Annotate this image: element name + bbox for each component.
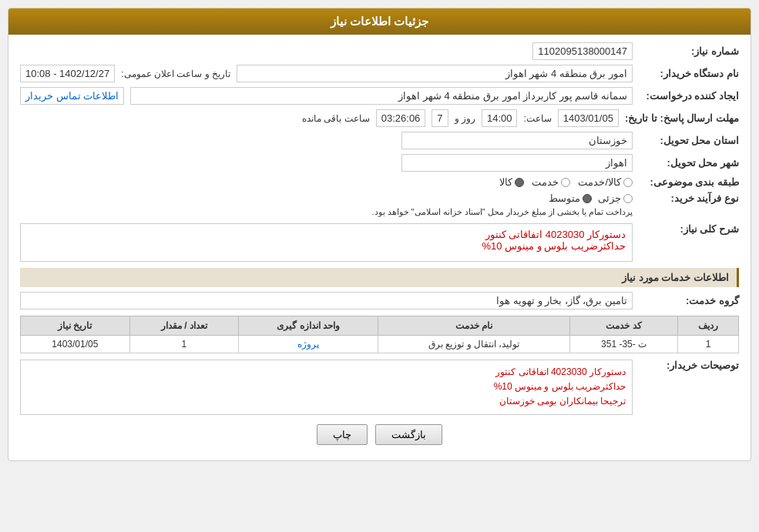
category-option-khedmat[interactable]: خدمت xyxy=(532,176,570,188)
description-value: دستورکار 4023030 اتفاقاتی کنتور حداکثرضر… xyxy=(20,223,633,262)
page-title: جزئیات اطلاعات نیاز xyxy=(8,8,751,35)
purchase-option-motavasset[interactable]: متوسط xyxy=(549,192,592,204)
cell-date: 1403/01/05 xyxy=(21,336,130,353)
category-label: طبقه بندی موضوعی: xyxy=(639,176,739,188)
deadline-remaining-label: ساعت باقی مانده xyxy=(302,113,370,124)
services-table: ردیف کد خدمت نام خدمت واحد اندازه گیری ت… xyxy=(20,316,739,353)
creator-label: ایجاد کننده درخواست: xyxy=(639,90,739,102)
radio-khedmat xyxy=(561,178,570,187)
col-date: تاریخ نیاز xyxy=(21,316,130,336)
requester-org-label: نام دستگاه خریدار: xyxy=(639,68,739,79)
col-name: نام خدمت xyxy=(378,316,570,336)
category-label-kala-khedmat: کالا/خدمت xyxy=(578,176,621,188)
city-value: اهواز xyxy=(401,154,633,172)
province-value: خوزستان xyxy=(401,132,633,149)
requester-org-value: امور برق منطقه 4 شهر اهواز xyxy=(237,65,633,82)
services-section-title: اطلاعات خدمات مورد نیاز xyxy=(20,268,739,287)
buyer-notes-value: دستورکار 4023030 اتفاقاتی کنتور حداکثرضر… xyxy=(20,360,633,415)
radio-kala-khedmat xyxy=(623,178,633,187)
deadline-time: 14:00 xyxy=(482,109,518,127)
back-button[interactable]: بازگشت xyxy=(375,424,442,445)
buyer-notes-text: دستورکار 4023030 اتفاقاتی کنتور حداکثرضر… xyxy=(494,366,626,407)
deadline-days: 7 xyxy=(432,109,448,127)
service-group-label: گروه خدمت: xyxy=(639,295,739,306)
cell-name: تولید، انتقال و توزیع برق xyxy=(378,336,570,353)
description-section-title: شرح کلی نیاز: xyxy=(639,223,739,235)
purchase-label-motavasset: متوسط xyxy=(549,192,580,204)
buyer-notes-label: توصیحات خریدار: xyxy=(639,360,739,371)
cell-row: 1 xyxy=(677,336,738,353)
deadline-days-label: روز و xyxy=(455,113,475,124)
cell-code: ت -35- 351 xyxy=(570,336,678,353)
purchase-note: پرداخت تمام یا بخشی از مبلغ خریدار محل "… xyxy=(20,207,633,217)
category-radio-group: کالا/خدمت خدمت کالا xyxy=(20,176,633,188)
col-unit: واحد اندازه گیری xyxy=(239,316,378,336)
creator-value: سمانه قاسم پور کاربرداز امور برق منطقه 4… xyxy=(130,87,633,105)
category-label-khedmat: خدمت xyxy=(532,176,559,188)
purchase-label-jozii: جزئی xyxy=(598,192,621,204)
province-label: استان محل تحویل: xyxy=(639,135,739,146)
radio-jozii xyxy=(623,194,633,203)
services-table-section: ردیف کد خدمت نام خدمت واحد اندازه گیری ت… xyxy=(20,316,739,353)
service-group-value: تامین برق، گاز، بخار و تهویه هوا xyxy=(20,292,633,309)
announce-date-value: 1402/12/27 - 10:08 xyxy=(20,65,115,82)
col-code: کد خدمت xyxy=(570,316,678,336)
category-label-kala: کالا xyxy=(499,176,512,188)
deadline-label: مهلت ارسال پاسخ: تا تاریخ: xyxy=(625,112,739,124)
need-number-label: شماره نیاز: xyxy=(639,45,739,57)
description-text: دستورکار 4023030 اتفاقاتی کنتور حداکثرضر… xyxy=(482,229,626,252)
cell-qty: 1 xyxy=(129,336,239,353)
deadline-time-label: ساعت: xyxy=(523,113,551,124)
radio-motavasset xyxy=(583,194,592,203)
table-row: 1 ت -35- 351 تولید، انتقال و توزیع برق پ… xyxy=(21,336,739,353)
deadline-remaining: 03:26:06 xyxy=(376,109,426,127)
purchase-option-jozii[interactable]: جزئی xyxy=(598,192,633,204)
print-button[interactable]: چاپ xyxy=(317,424,368,445)
radio-kala xyxy=(515,178,524,187)
need-number-value: 1102095138000147 xyxy=(532,42,633,60)
category-option-kala[interactable]: کالا xyxy=(499,176,524,188)
col-qty: تعداد / مقدار xyxy=(129,316,239,336)
contact-link[interactable]: اطلاعات تماس خریدار xyxy=(20,87,124,105)
announce-date-label: تاریخ و ساعت اعلان عمومی: xyxy=(121,69,230,79)
deadline-date: 1403/01/05 xyxy=(558,109,619,127)
col-row: ردیف xyxy=(677,316,738,336)
purchase-type-label: نوع فرآیند خرید: xyxy=(639,192,739,204)
footer-buttons: بازگشت چاپ xyxy=(20,424,739,453)
cell-unit: پروژه xyxy=(239,336,378,353)
city-label: شهر محل تحویل: xyxy=(639,157,739,169)
category-option-kala-khedmat[interactable]: کالا/خدمت xyxy=(578,176,633,188)
